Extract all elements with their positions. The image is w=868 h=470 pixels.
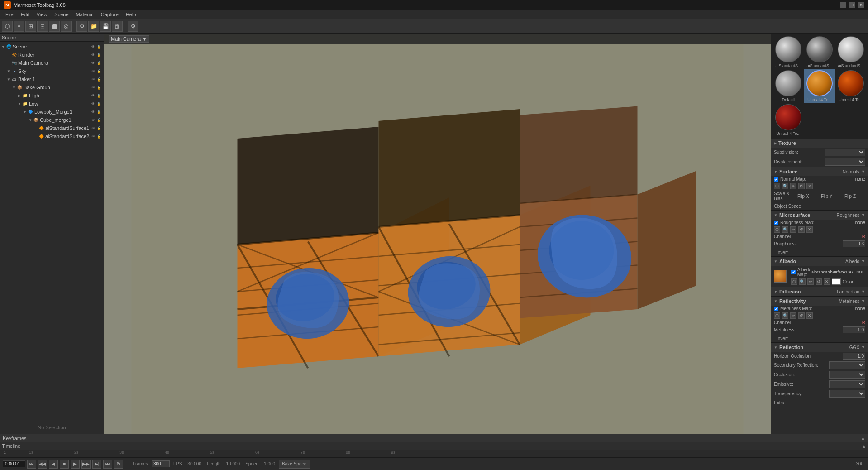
roughmap-checkbox[interactable] bbox=[774, 221, 778, 225]
horizon-occlusion-input[interactable] bbox=[843, 353, 865, 360]
lock-icon-mat1[interactable]: 🔒 bbox=[96, 125, 102, 131]
invert-rough-label[interactable]: Invert bbox=[774, 249, 791, 255]
albedo-clear-btn[interactable]: ✕ bbox=[824, 278, 830, 285]
toolbar-btn-save[interactable]: 💾 bbox=[100, 21, 111, 32]
maximize-button[interactable]: □ bbox=[849, 2, 855, 8]
albedo-edit-btn[interactable]: ✏ bbox=[807, 278, 814, 285]
lock-icon-lowpoly[interactable]: 🔒 bbox=[96, 109, 102, 115]
eye-icon-sky[interactable]: 👁 bbox=[91, 68, 96, 74]
tree-item-low[interactable]: ▼ 📁 Low 👁 🔒 bbox=[0, 100, 104, 108]
normalmap-checkbox[interactable] bbox=[774, 177, 778, 182]
metalmap-clear-btn[interactable]: ✕ bbox=[806, 312, 813, 319]
roughmap-search-btn[interactable]: 🔍 bbox=[782, 226, 788, 233]
minimize-button[interactable]: − bbox=[840, 2, 846, 8]
btn-first-frame[interactable]: ⏮ bbox=[27, 460, 36, 469]
toolbar-btn-5[interactable]: ⬤ bbox=[49, 21, 60, 32]
toolbar-btn-delete[interactable]: 🗑 bbox=[112, 21, 123, 32]
lock-icon-bakegroup[interactable]: 🔒 bbox=[96, 85, 102, 90]
eye-icon-render[interactable]: 👁 bbox=[91, 52, 96, 58]
btn-prev-frame[interactable]: ◀◀ bbox=[38, 460, 47, 469]
eye-icon-baker1[interactable]: 👁 bbox=[91, 77, 96, 82]
tree-item-mat1[interactable]: 🔶 aiStandardSurface1SG 👁 🔒 bbox=[0, 124, 104, 132]
lock-icon-sky[interactable]: 🔒 bbox=[96, 68, 102, 74]
lock-icon-high[interactable]: 🔒 bbox=[96, 93, 102, 98]
metalness-input[interactable] bbox=[843, 326, 865, 333]
metalmap-checkbox[interactable] bbox=[774, 307, 778, 311]
mat-ball-3[interactable]: aiStandardS... bbox=[835, 35, 866, 69]
lock-icon-cube[interactable]: 🔒 bbox=[96, 117, 102, 123]
viewport[interactable]: Main Camera ▼ bbox=[104, 34, 771, 434]
section-texture-header[interactable]: ▶ Texture bbox=[771, 139, 868, 148]
btn-play-fwd[interactable]: ▶▶ bbox=[81, 460, 91, 469]
eye-icon-lowpoly[interactable]: 👁 bbox=[91, 109, 96, 115]
timeline-collapse-btn[interactable]: ▲ bbox=[862, 444, 866, 449]
mat-ball-4[interactable]: Default bbox=[773, 69, 804, 103]
metalmap-reset-btn[interactable]: ↺ bbox=[798, 312, 805, 319]
prop-displacement-select[interactable] bbox=[825, 158, 865, 166]
normalmap-search-btn[interactable]: 🔍 bbox=[782, 183, 788, 189]
tree-item-sky[interactable]: ▼ ☁ Sky 👁 🔒 bbox=[0, 67, 104, 75]
occlusion-select[interactable] bbox=[829, 371, 865, 379]
toolbar-btn-2[interactable]: ✦ bbox=[14, 21, 24, 32]
tree-item-bakegroup[interactable]: ▼ 📦 Bake Group 👁 🔒 bbox=[0, 83, 104, 91]
normalmap-load-btn[interactable]: ⬡ bbox=[774, 183, 780, 189]
tree-item-cube[interactable]: ▼ 📦 Cube_merge1 👁 🔒 bbox=[0, 116, 104, 124]
normalmap-clear-btn[interactable]: ✕ bbox=[806, 183, 813, 189]
menu-edit[interactable]: Edit bbox=[17, 10, 33, 19]
roughmap-clear-btn[interactable]: ✕ bbox=[806, 226, 813, 233]
secondary-refl-select[interactable] bbox=[829, 361, 865, 369]
lock-icon-scene[interactable]: 🔒 bbox=[96, 44, 102, 49]
section-diffusion-header[interactable]: ▼ Diffusion Lambertian ▼ bbox=[771, 287, 868, 296]
tree-item-camera[interactable]: 📷 Main Camera 👁 🔒 bbox=[0, 59, 104, 67]
btn-play[interactable]: ▶ bbox=[71, 460, 80, 469]
eye-icon-scene[interactable]: 👁 bbox=[91, 44, 96, 49]
lock-icon-baker1[interactable]: 🔒 bbox=[96, 77, 102, 82]
camera-dropdown[interactable]: Main Camera ▼ bbox=[109, 35, 149, 43]
lock-icon-mat2[interactable]: 🔒 bbox=[96, 134, 102, 139]
mat-ball-5[interactable]: Unreal 4 Te... bbox=[804, 69, 835, 103]
btn-play-back[interactable]: ◀ bbox=[49, 460, 58, 469]
roughmap-edit-btn[interactable]: ✏ bbox=[790, 226, 796, 233]
tree-item-scene[interactable]: ▼ 🌐 Scene 👁 🔒 bbox=[0, 43, 104, 51]
roughmap-load-btn[interactable]: ⬡ bbox=[774, 226, 780, 233]
toolbar-btn-1[interactable]: ⬡ bbox=[2, 21, 13, 32]
close-button[interactable]: ✕ bbox=[858, 2, 864, 8]
timeline-expand-btn[interactable]: ▲ bbox=[861, 436, 865, 441]
mat-ball-6[interactable]: Unreal 4 Te... bbox=[835, 69, 866, 103]
eye-icon-camera[interactable]: 👁 bbox=[91, 60, 96, 66]
toolbar-btn-settings[interactable]: ⚙ bbox=[128, 21, 138, 32]
invert-metal-label[interactable]: Invert bbox=[774, 336, 791, 341]
section-reflect-header[interactable]: ▼ Reflectivity Metalness ▼ bbox=[771, 297, 868, 306]
menu-view[interactable]: View bbox=[33, 10, 51, 19]
menu-material[interactable]: Material bbox=[72, 10, 97, 19]
btn-next-frame[interactable]: ▶| bbox=[92, 460, 101, 469]
metalmap-load-btn[interactable]: ⬡ bbox=[774, 312, 780, 319]
section-albedo-header[interactable]: ▼ Albedo Albedo ▼ bbox=[771, 257, 868, 266]
bake-speed-btn[interactable]: Bake Speed bbox=[279, 460, 310, 469]
timeline-playhead[interactable] bbox=[4, 450, 4, 457]
albedo-reset-btn[interactable]: ↺ bbox=[816, 278, 822, 285]
tree-item-lowpoly[interactable]: ▼ 🔷 Lowpoly_Merge1 👁 🔒 bbox=[0, 108, 104, 116]
lock-icon-camera[interactable]: 🔒 bbox=[96, 60, 102, 66]
toolbar-btn-6[interactable]: ◎ bbox=[61, 21, 72, 32]
menu-help[interactable]: Help bbox=[122, 10, 140, 19]
eye-icon-mat2[interactable]: 👁 bbox=[91, 134, 96, 139]
toolbar-btn-gear[interactable]: ⚙ bbox=[76, 21, 87, 32]
eye-icon-bakegroup[interactable]: 👁 bbox=[91, 85, 96, 90]
tree-item-high[interactable]: ▶ 📁 High 👁 🔒 bbox=[0, 91, 104, 100]
toolbar-btn-4[interactable]: ⊟ bbox=[37, 21, 48, 32]
metalmap-edit-btn[interactable]: ✏ bbox=[790, 312, 796, 319]
section-surface-header[interactable]: ▼ Surface Normals ▼ bbox=[771, 167, 868, 176]
btn-loop[interactable]: ↻ bbox=[114, 460, 123, 469]
toolbar-btn-open[interactable]: 📁 bbox=[88, 21, 99, 32]
section-refl-header[interactable]: ▼ Reflection GGX ▼ bbox=[771, 343, 868, 352]
btn-stop[interactable]: ■ bbox=[60, 460, 69, 469]
normalmap-edit-btn[interactable]: ✏ bbox=[790, 183, 796, 189]
mat-ball-1[interactable]: aiStandardS... bbox=[773, 35, 804, 69]
menu-file[interactable]: File bbox=[2, 10, 17, 19]
lock-icon-render[interactable]: 🔒 bbox=[96, 52, 102, 58]
albedo-checkbox[interactable] bbox=[791, 270, 796, 274]
mat-ball-2[interactable]: aiStandardS... bbox=[804, 35, 835, 69]
metalmap-search-btn[interactable]: 🔍 bbox=[782, 312, 788, 319]
prop-subdivision-select[interactable] bbox=[825, 149, 865, 156]
